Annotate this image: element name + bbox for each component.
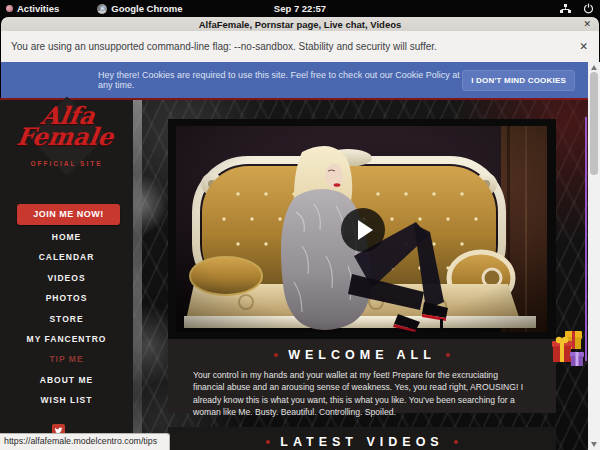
sidebar-item-about-me[interactable]: ABOUT ME: [0, 370, 133, 390]
chrome-icon: [97, 4, 107, 14]
sidebar-item-calendar[interactable]: CALENDAR: [0, 247, 133, 267]
cookie-accept-button[interactable]: I DON'T MIND COOKIES: [462, 70, 575, 91]
screen: Activities Google Chrome Sep 7 22:57 Alf…: [0, 0, 600, 450]
window-title: AlfaFemale, Pornstar page, Live chat, Vi…: [199, 19, 402, 30]
tab-close-icon[interactable]: ✕: [583, 17, 591, 31]
latest-videos-title: LATEST VIDEOS: [280, 435, 443, 449]
official-site-tagline: OFFICIAL SITE: [0, 160, 133, 167]
welcome-title: WELCOME ALL: [288, 348, 436, 362]
heading-dot-left: [266, 440, 270, 444]
cookie-banner: Hey there! Cookies are required to use t…: [1, 62, 588, 98]
welcome-section: WELCOME ALL Your control in my hands and…: [168, 339, 556, 413]
tip-widget-edge: [585, 117, 587, 361]
app-indicator[interactable]: Google Chrome: [91, 0, 188, 17]
sidebar-menu: HOME CALENDAR VIDEOS PHOTOS STORE MY FAN…: [0, 227, 133, 411]
status-url-bubble: https://alfafemale.modelcentro.com/tips: [0, 433, 170, 450]
sidebar-item-home[interactable]: HOME: [0, 227, 133, 247]
clock[interactable]: Sep 7 22:57: [274, 0, 326, 17]
background-highlight-seam: [133, 100, 142, 450]
play-icon: [358, 220, 373, 240]
heading-dot-right: [446, 353, 450, 357]
warning-message: You are using an unsupported command-lin…: [1, 41, 437, 52]
network-icon[interactable]: [560, 4, 571, 14]
site-logo[interactable]: Alfa Female: [0, 104, 136, 148]
join-me-now-button[interactable]: JOIN ME NOW!: [17, 204, 120, 225]
power-icon[interactable]: [583, 3, 594, 14]
latest-videos-card: LATEST VIDEOS: [168, 427, 556, 450]
scrollbar-thumb[interactable]: [590, 72, 598, 175]
logo-line-2: Female: [0, 126, 133, 148]
main-content: WELCOME ALL Your control in my hands and…: [133, 100, 588, 450]
sidebar-item-tip-me[interactable]: TIP ME: [0, 349, 133, 369]
cookie-message: Hey there! Cookies are required to use t…: [98, 70, 462, 90]
sidebar-item-photos[interactable]: PHOTOS: [0, 288, 133, 308]
heading-dot-left: [274, 353, 278, 357]
scrollbar-down-arrow[interactable]: [588, 439, 600, 450]
play-button[interactable]: [341, 208, 385, 252]
status-url-text: https://alfafemale.modelcentro.com/tips: [4, 436, 157, 446]
sidebar: Alfa Female OFFICIAL SITE JOIN ME NOW! H…: [0, 100, 133, 450]
warning-close-icon[interactable]: ✕: [579, 31, 588, 62]
chrome-warning-bar: You are using an unsupported command-lin…: [1, 31, 599, 62]
sidebar-item-store[interactable]: STORE: [0, 309, 133, 329]
sidebar-item-videos[interactable]: VIDEOS: [0, 268, 133, 288]
activities-icon: [6, 5, 13, 12]
scrollbar: [588, 62, 600, 450]
sidebar-item-wish-list[interactable]: WISH LIST: [0, 390, 133, 410]
web-page: Alfa Female OFFICIAL SITE JOIN ME NOW! H…: [0, 98, 588, 450]
heading-dot-right: [454, 440, 458, 444]
video-player[interactable]: [168, 119, 556, 339]
welcome-card: WELCOME ALL Your control in my hands and…: [168, 119, 556, 413]
welcome-body-text: Your control in my hands and your wallet…: [193, 369, 531, 418]
app-name-label: Google Chrome: [111, 3, 182, 14]
activities-label: Activities: [17, 3, 59, 14]
sidebar-item-my-fancentro[interactable]: MY FANCENTRO: [0, 329, 133, 349]
activities-button[interactable]: Activities: [0, 0, 65, 17]
window-titlebar: AlfaFemale, Pornstar page, Live chat, Vi…: [1, 17, 599, 31]
gifts-widget-icon[interactable]: [550, 328, 586, 372]
system-top-bar: Activities Google Chrome Sep 7 22:57: [0, 0, 600, 17]
